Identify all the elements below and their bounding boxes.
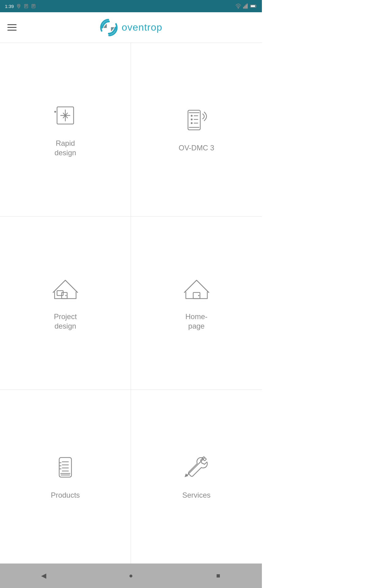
status-bar-right (236, 3, 257, 9)
nav-home[interactable]: ● (87, 572, 175, 580)
home-icon: ● (129, 572, 133, 580)
svg-rect-18 (188, 110, 200, 130)
ov-dmc3-label: OV-DMC 3 (178, 143, 214, 153)
svg-rect-9 (251, 5, 255, 7)
rapid-design-label: Rapiddesign (55, 138, 76, 157)
services-icon (181, 454, 212, 481)
logo-text: oventrop (122, 22, 163, 33)
main-grid: Rapiddesign OV-DMC (0, 43, 262, 564)
logo: oventrop (100, 18, 163, 37)
svg-rect-44 (202, 457, 206, 461)
header: oventrop (0, 12, 262, 43)
svg-rect-28 (57, 291, 63, 296)
status-bar-left: 1:39 (5, 4, 36, 9)
products-label: Products (51, 490, 80, 500)
project-design-cell[interactable]: Projectdesign (0, 217, 131, 390)
services-cell[interactable]: Services (131, 390, 262, 564)
ov-dmc3-icon (181, 106, 212, 134)
rapid-design-cell[interactable]: Rapiddesign (0, 43, 131, 217)
homepage-cell[interactable]: Home-page (131, 217, 262, 390)
svg-point-17 (54, 111, 56, 113)
svg-point-3 (238, 8, 239, 9)
products-icon (50, 454, 81, 481)
svg-point-31 (198, 295, 199, 296)
services-label: Services (182, 490, 210, 500)
nav-back[interactable]: ◀ (0, 572, 87, 580)
menu-button[interactable] (7, 24, 17, 31)
svg-line-42 (187, 463, 200, 475)
svg-point-29 (65, 295, 67, 296)
hamburger-line-1 (7, 24, 17, 25)
status-bar: 1:39 (0, 0, 262, 12)
time-label: 1:39 (5, 4, 14, 9)
svg-point-0 (18, 5, 19, 6)
location-icon (16, 4, 21, 9)
svg-point-19 (191, 115, 193, 117)
back-icon: ◀ (41, 572, 46, 580)
homepage-icon (181, 275, 212, 303)
ov-dmc3-cell[interactable]: OV-DMC 3 (131, 43, 262, 217)
svg-rect-32 (59, 458, 71, 477)
svg-rect-7 (247, 4, 247, 9)
nav-recent[interactable]: ■ (174, 572, 262, 580)
logo-icon (100, 18, 118, 37)
svg-point-21 (191, 122, 193, 124)
homepage-label: Home-page (185, 312, 207, 331)
hamburger-line-3 (7, 30, 17, 31)
wifi-icon (236, 3, 241, 9)
rapid-design-icon (50, 102, 81, 129)
bottom-nav: ◀ ● ■ (0, 564, 262, 588)
products-cell[interactable]: Products (0, 390, 131, 564)
signal-icon (243, 3, 248, 9)
hamburger-line-2 (7, 27, 17, 28)
svg-rect-4 (243, 7, 244, 9)
svg-point-20 (191, 119, 193, 120)
sim-icon-1 (24, 4, 29, 9)
svg-rect-6 (246, 5, 246, 9)
battery-icon (250, 3, 257, 9)
recent-icon: ■ (216, 572, 220, 580)
sim-icon-2 (31, 4, 36, 9)
svg-rect-5 (244, 6, 245, 8)
project-design-icon (50, 275, 81, 303)
project-design-label: Projectdesign (54, 312, 77, 331)
